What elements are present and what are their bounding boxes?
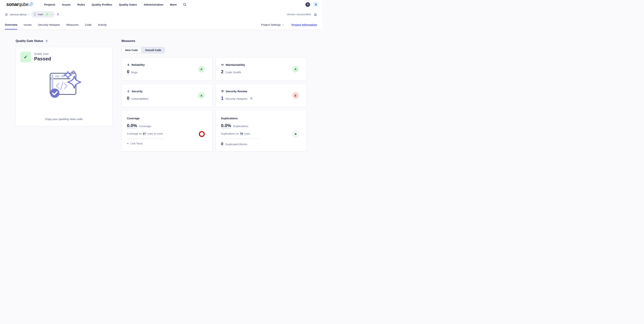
search-button[interactable] xyxy=(183,3,186,6)
code-smell-icon xyxy=(221,63,224,66)
coverage-percent-link[interactable]: 0.0% xyxy=(127,123,137,129)
coverage-title: Coverage xyxy=(127,117,164,120)
branch-icon xyxy=(34,13,36,16)
quality-gate-help-badge[interactable]: ? xyxy=(45,40,48,43)
main-nav-menu: Projects Issues Rules Quality Profiles Q… xyxy=(44,3,177,6)
maintainability-card: Maintainability 2 Code Smells A xyxy=(216,57,306,81)
sonarqube-logo-text: sonarqube xyxy=(6,2,28,7)
quality-gate-status-row: ✓ Quality Gate Passed xyxy=(20,52,108,63)
quality-gate-label: Quality Gate xyxy=(34,52,51,55)
tab-overview[interactable]: Overview xyxy=(5,20,17,30)
security-hotspots-label: Security Hotspots xyxy=(225,97,247,100)
tab-bar-right: Project Settings Project Information xyxy=(261,20,317,30)
unit-tests-no-value-dash: – xyxy=(127,142,128,145)
project-tabs: Overview Issues Security Hotspots Measur… xyxy=(5,20,107,30)
lines-to-cover-count-link[interactable]: 27 xyxy=(143,132,146,136)
search-icon xyxy=(183,3,186,6)
security-review-rating-badge[interactable]: E xyxy=(292,92,299,99)
duplication-density-icon xyxy=(292,131,299,137)
security-hotspots-count-link[interactable]: 1 xyxy=(221,96,224,101)
top-navigation-bar: sonarqube Projects Issues Rules Quality … xyxy=(0,0,322,9)
unit-tests-label: Unit Tests xyxy=(130,142,143,145)
duplications-title: Duplications xyxy=(221,117,259,120)
code-scope-toggle: New Code Overall Code xyxy=(122,47,165,53)
security-card: Security 0 Vulnerabilities A xyxy=(122,84,212,107)
nav-item-more[interactable]: More xyxy=(170,3,177,6)
security-title: Security xyxy=(132,90,142,93)
topnav-right-controls: ? A xyxy=(306,2,318,7)
coverage-divider xyxy=(127,139,164,139)
quality-gate-passed-check-icon: ✓ xyxy=(20,52,31,63)
coverage-card: Coverage 0.0% Coverage Coverage on 27 Li… xyxy=(122,110,212,152)
breadcrumb-separator: / xyxy=(28,13,29,16)
branch-help-badge[interactable]: ? xyxy=(56,13,60,16)
nav-item-issues[interactable]: Issues xyxy=(62,3,70,6)
clean-code-message: Enjoy your sparkling clean code! xyxy=(20,118,108,122)
sonarqube-logo-waves-icon xyxy=(29,2,34,7)
help-button[interactable]: ? xyxy=(306,2,310,7)
logo-text-bold: sonar xyxy=(6,2,19,7)
security-review-card: Security Review 1 Security Hotspots ? E xyxy=(216,84,306,107)
tab-code[interactable]: Code xyxy=(85,20,92,30)
code-smells-count-link[interactable]: 2 xyxy=(221,69,224,75)
maintainability-title: Maintainability xyxy=(226,63,245,66)
bugs-count-link[interactable]: 0 xyxy=(127,69,129,75)
user-avatar[interactable]: A xyxy=(314,2,318,7)
vulnerabilities-label: Vulnerabilities xyxy=(131,97,148,100)
vulnerabilities-count-link[interactable]: 0 xyxy=(127,96,129,101)
shield-icon xyxy=(221,90,224,93)
code-smells-label: Code Smells xyxy=(225,71,241,74)
tab-activity[interactable]: Activity xyxy=(98,20,107,30)
version-label: Version not provided xyxy=(287,13,311,16)
overall-code-toggle-button[interactable]: Overall Code xyxy=(142,47,165,53)
overview-main-content: Quality Gate Status ? ✓ Quality Gate Pas… xyxy=(0,30,322,152)
coverage-ring-icon xyxy=(199,131,205,137)
breadcrumb-right: Version not provided xyxy=(287,13,317,16)
nav-item-administration[interactable]: Administration xyxy=(144,3,164,6)
measures-card-grid: Reliability 0 Bugs A xyxy=(122,57,306,152)
duplicated-lines-count-link[interactable]: 78 xyxy=(240,132,243,136)
quality-gate-section-title: Quality Gate Status xyxy=(16,39,43,43)
duplicated-blocks-count-link[interactable]: 0 xyxy=(221,142,223,147)
nav-item-rules[interactable]: Rules xyxy=(77,3,85,6)
duplications-detail-prefix: Duplications on xyxy=(221,132,239,135)
security-hotspots-help-badge[interactable]: ? xyxy=(250,97,253,100)
nav-item-quality-gates[interactable]: Quality Gates xyxy=(119,3,137,6)
reliability-rating-badge[interactable]: A xyxy=(198,66,205,73)
chevron-down-icon xyxy=(50,13,52,15)
bugs-label: Bugs xyxy=(131,71,138,74)
project-information-link[interactable]: Project Information xyxy=(292,23,317,26)
logo-text-light: qube xyxy=(19,2,29,7)
reliability-title: Reliability xyxy=(132,63,145,66)
tab-measures[interactable]: Measures xyxy=(66,20,79,30)
branch-name: main xyxy=(38,13,43,16)
sonarqube-logo[interactable]: sonarqube xyxy=(6,2,34,7)
coverage-detail-suffix: Lines to cover xyxy=(147,132,163,135)
new-code-toggle-button[interactable]: New Code xyxy=(122,47,142,53)
tab-issues[interactable]: Issues xyxy=(24,20,32,30)
nav-item-quality-profiles[interactable]: Quality Profiles xyxy=(92,3,112,6)
measures-section-title: Measures xyxy=(122,39,135,43)
measures-section: Measures New Code Overall Code xyxy=(122,39,306,152)
project-settings-label: Project Settings xyxy=(261,23,281,26)
duplications-divider xyxy=(221,139,259,139)
quality-gate-card: ✓ Quality Gate Passed xyxy=(16,47,112,126)
quality-gate-status-text: Passed xyxy=(34,56,51,62)
duplications-label: Duplications xyxy=(233,125,248,128)
duplications-detail-suffix: Lines xyxy=(244,132,250,135)
maintainability-rating-badge[interactable]: A xyxy=(292,66,299,73)
branch-selector[interactable]: main ✓ xyxy=(31,11,54,18)
breadcrumb: service-demo / main ✓ ? xyxy=(5,11,60,18)
project-tab-bar: Overview Issues Security Hotspots Measur… xyxy=(0,20,322,30)
duplications-percent-link[interactable]: 0.0% xyxy=(221,123,231,129)
clean-code-illustration xyxy=(20,70,108,98)
project-settings-dropdown[interactable]: Project Settings xyxy=(261,23,284,26)
nav-item-projects[interactable]: Projects xyxy=(44,3,55,6)
home-icon[interactable] xyxy=(314,13,317,16)
tab-security-hotspots[interactable]: Security Hotspots xyxy=(38,20,60,30)
security-rating-badge[interactable]: A xyxy=(198,92,205,99)
favorite-star-icon[interactable] xyxy=(5,13,8,16)
reliability-card: Reliability 0 Bugs A xyxy=(122,57,212,81)
duplicated-blocks-label: Duplicated Blocks xyxy=(225,143,247,146)
breadcrumb-project-link[interactable]: service-demo xyxy=(10,13,27,16)
